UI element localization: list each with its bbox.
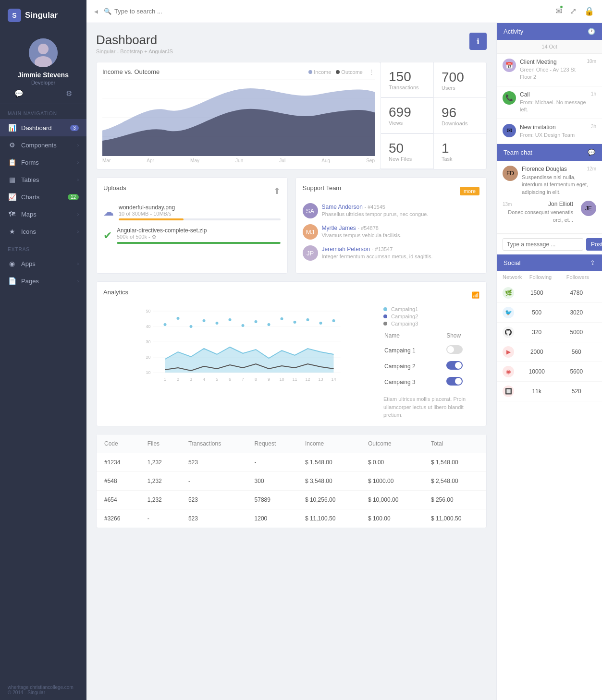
sidebar-item-charts[interactable]: 📈 Charts 12 — [0, 188, 86, 205]
page-header: Dashboard Singular - Bootstrap + Angular… — [96, 33, 487, 54]
cell-request: 300 — [247, 471, 297, 490]
campaign-toggle[interactable] — [446, 377, 463, 386]
analytics-right: Campaing1 Campaing2 Campaing3 — [383, 306, 479, 419]
income-outcome-chart: Income vs. Outcome Income Outcome ⋮ — [96, 62, 381, 169]
extras-label: EXTRAS — [0, 240, 86, 255]
stat-downloads: 96 Downloads — [434, 98, 486, 133]
cell-files: 1,232 — [140, 453, 181, 471]
chat-message: JE 13m Jon Elliott Donec consequat venen… — [503, 201, 596, 224]
cell-outcome: $ 1000.00 — [360, 471, 423, 490]
info-button[interactable]: ℹ — [469, 33, 487, 50]
search-input[interactable] — [114, 8, 210, 15]
social-row: 🔲 11k 520 — [497, 382, 602, 401]
page-subtitle: Singular - Bootstrap + AngularJS — [96, 48, 173, 54]
following-count: 10000 — [517, 368, 557, 375]
social-row: 🐦 500 3020 — [497, 303, 602, 323]
chat-sender-name: Florence Douglas — [522, 166, 567, 172]
legend-dot — [383, 307, 387, 311]
sidebar-item-label: Pages — [21, 278, 73, 285]
analytics-title: Analytics — [103, 289, 128, 296]
sidebar-footer: wheritage christiancollege.com © 2014 - … — [0, 680, 86, 700]
search-icon: 🔍 — [104, 8, 111, 15]
support-name: Myrtle James - #54878 — [322, 224, 402, 231]
table-row: #1234 1,232 523 - $ 1,548.00 $ 0.00 $ 1,… — [97, 453, 486, 471]
social-nums: 11k 520 — [517, 388, 596, 395]
svg-text:8: 8 — [255, 377, 257, 382]
sidebar-username: Jimmie Stevens — [5, 71, 82, 79]
chart-header: Income vs. Outcome Income Outcome ⋮ — [102, 68, 375, 75]
legend-label: Campaing2 — [391, 314, 418, 319]
social-nums: 500 3020 — [517, 309, 596, 316]
chevron-right-icon: › — [77, 177, 79, 182]
upload-progress — [119, 218, 281, 220]
mail-icon[interactable]: ✉ — [555, 6, 562, 16]
main-content: ◂ 🔍 ✉ ⤢ 🔒 Dashboard Singular - Bootstrap… — [86, 0, 602, 700]
sidebar-item-dashboard[interactable]: 📊 Dashboard 3 — [0, 119, 86, 136]
forms-icon: 📋 — [8, 158, 16, 166]
network-icon-leaf: 🌿 — [503, 287, 514, 299]
collapse-button[interactable]: ◂ — [94, 7, 98, 16]
network-icon-html5: 🔲 — [503, 386, 514, 397]
social-panel: Social ⇪ Network Following Followers 🌿 1… — [497, 254, 602, 401]
cell-transactions: 523 — [181, 509, 247, 528]
cell-request: 1200 — [247, 509, 297, 528]
data-table-section: Code Files Transactions Request Income O… — [96, 434, 487, 528]
svg-text:30: 30 — [146, 339, 150, 344]
sidebar-item-label: Forms — [21, 159, 73, 166]
chart-more-icon[interactable]: ⋮ — [369, 68, 375, 75]
upload-filename: Angular-directives-complete-set.zip — [117, 227, 281, 234]
campaign-row: Campaing 3 — [384, 374, 479, 389]
dashboard-icon: 📊 — [8, 124, 16, 132]
stats-row: Income vs. Outcome Income Outcome ⋮ — [96, 62, 487, 169]
upload-info: Angular-directives-complete-set.zip 500k… — [117, 227, 281, 244]
chat-icon: 💬 — [588, 149, 595, 156]
upload-item: ☁ wonderful-sunday.png 10 of 300MB - 10M… — [103, 204, 281, 220]
campaign-toggle[interactable] — [446, 345, 463, 354]
col-name: Name — [384, 332, 445, 342]
sidebar-item-forms[interactable]: 📋 Forms › — [0, 154, 86, 171]
settings-icon[interactable]: ⚙ — [66, 89, 72, 98]
sidebar-item-components[interactable]: ⚙ Components › — [0, 136, 86, 154]
chevron-right-icon: › — [77, 229, 79, 234]
cell-income: $ 3,548.00 — [297, 471, 360, 490]
network-icon-twitter: 🐦 — [503, 307, 514, 318]
uploads-title: Uploads — [103, 184, 126, 192]
activity-title-text: New invitation — [520, 124, 587, 131]
chat-input[interactable] — [503, 238, 583, 251]
social-row: 🌿 1500 4780 — [497, 283, 602, 303]
cell-transactions: - — [181, 471, 247, 490]
expand-icon[interactable]: ⤢ — [570, 6, 577, 16]
chat-post-button[interactable]: Post — [586, 238, 602, 251]
lock-icon[interactable]: 🔒 — [584, 6, 594, 16]
analytics-svg: 50 40 30 20 10 — [103, 306, 376, 383]
svg-point-26 — [268, 323, 270, 326]
svg-text:50: 50 — [146, 309, 150, 314]
sidebar-item-pages[interactable]: 📄 Pages › — [0, 272, 86, 290]
activity-title-text: Client Meeting — [520, 59, 583, 65]
components-icon: ⚙ — [8, 141, 16, 149]
sidebar-item-icons[interactable]: ★ Icons › — [0, 223, 86, 240]
cell-code: #654 — [97, 490, 140, 509]
stat-value: 96 — [442, 105, 467, 121]
chat-avatar: JE — [581, 201, 596, 216]
activity-content: Client Meeting Green Ofice - Av 123 St F… — [520, 59, 583, 81]
chat-message: FD Florence Douglas 12m Suspendisse nisl… — [503, 166, 596, 196]
campaign-toggle[interactable] — [446, 361, 463, 370]
content-main: Dashboard Singular - Bootstrap + Angular… — [86, 23, 496, 700]
more-button[interactable]: more — [460, 187, 479, 195]
activity-time: 10m — [587, 59, 596, 64]
col-code: Code — [97, 434, 140, 453]
chart-title: Income vs. Outcome — [102, 68, 160, 75]
sidebar-item-maps[interactable]: 🗺 Maps › — [0, 205, 86, 223]
upload-check-icon: ✔ — [103, 229, 112, 242]
dashboard-badge: 3 — [70, 125, 79, 131]
col-following: Following — [522, 274, 559, 280]
sidebar-item-tables[interactable]: ▦ Tables › — [0, 171, 86, 188]
analytics-description: Etiam ultrices mollis placerat. Proin ul… — [383, 395, 479, 419]
network-icon-youtube: ▶ — [503, 346, 514, 358]
message-icon[interactable]: 💬 — [14, 89, 24, 98]
network-icon-instagram: ◉ — [503, 366, 514, 377]
support-section: Support Team more SA Same Anderson - #41… — [295, 177, 487, 274]
sidebar-logo: S Singular — [0, 0, 86, 31]
sidebar-item-apps[interactable]: ◉ Apps › — [0, 255, 86, 272]
